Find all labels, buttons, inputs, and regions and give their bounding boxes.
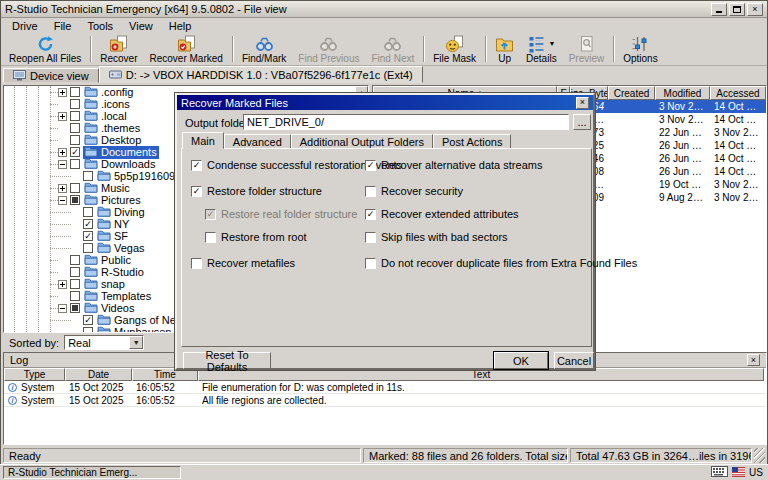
- log-column-type[interactable]: Type: [4, 368, 65, 381]
- tree-checkbox[interactable]: [70, 135, 80, 145]
- tree-checkbox[interactable]: [70, 195, 80, 205]
- keyboard-icon[interactable]: [711, 466, 728, 479]
- tree-checkbox[interactable]: ✓: [83, 231, 93, 241]
- tree-checkbox[interactable]: [70, 255, 80, 265]
- details-button[interactable]: ▼Details: [520, 34, 563, 64]
- checkbox-skip-files-with-bad-sectors[interactable]: Skip files with bad sectors: [365, 231, 508, 243]
- tree-checkbox[interactable]: [70, 267, 80, 277]
- log-rows: iSystem15 Oct 202516:05:52File enumerati…: [4, 381, 766, 407]
- menu-view[interactable]: View: [121, 19, 161, 33]
- up-button[interactable]: Up: [489, 34, 520, 64]
- recover-marked-button[interactable]: Recover Marked: [144, 34, 229, 64]
- reopen-all-files-button[interactable]: Reopen All Files: [3, 34, 87, 64]
- tree-checkbox[interactable]: [70, 303, 80, 313]
- file-mask-button[interactable]: File Mask: [427, 34, 482, 64]
- column-header-created[interactable]: Created: [608, 86, 655, 100]
- tree-checkbox[interactable]: [83, 243, 93, 253]
- log-row[interactable]: iSystem15 Oct 202516:05:52All file regio…: [4, 394, 766, 407]
- sorted-by-select[interactable]: Real ▼: [64, 335, 144, 350]
- checkbox-box[interactable]: [365, 186, 376, 197]
- language-indicator[interactable]: US: [749, 467, 763, 478]
- menu-drive[interactable]: Drive: [4, 19, 46, 33]
- ok-button[interactable]: OK: [494, 352, 548, 369]
- menu-file[interactable]: File: [46, 19, 80, 33]
- column-header-accessed[interactable]: Accessed: [710, 86, 766, 100]
- tree-checkbox[interactable]: [70, 183, 80, 193]
- checkbox-box[interactable]: ✓: [365, 160, 376, 171]
- tree-checkbox[interactable]: [83, 207, 93, 217]
- checkbox-restore-from-root[interactable]: Restore from root: [205, 231, 307, 243]
- device-icon: [13, 70, 26, 81]
- file-cell: 3 Nov 2…: [710, 179, 766, 190]
- checkbox-recover-security[interactable]: Recover security: [365, 185, 463, 197]
- reset-to-defaults-button[interactable]: Reset To Defaults: [183, 352, 271, 369]
- taskbar-app-button[interactable]: R-Studio Technician Emerg...: [3, 466, 181, 479]
- find-mark-button[interactable]: Find/Mark: [236, 34, 292, 64]
- tree-checkbox[interactable]: ✓: [83, 315, 93, 325]
- dialog-close-icon[interactable]: ×: [576, 97, 589, 109]
- checkbox-recover-alternative-data-streams[interactable]: ✓Recover alternative data streams: [365, 159, 542, 171]
- options-button[interactable]: Options: [617, 34, 663, 64]
- toolbar-separator: [90, 36, 91, 62]
- resize-grip[interactable]: [754, 448, 765, 463]
- expander-plus-icon[interactable]: [58, 184, 67, 193]
- checkbox-restore-folder-structure[interactable]: ✓Restore folder structure: [191, 185, 322, 197]
- tab-device-view[interactable]: Device view: [3, 68, 99, 83]
- tree-item-label: .themes: [101, 122, 140, 134]
- tree-checkbox[interactable]: [70, 291, 80, 301]
- tree-checkbox[interactable]: [70, 111, 80, 121]
- expander-plus-icon[interactable]: [58, 280, 67, 289]
- dialog-tab-main[interactable]: Main: [182, 132, 224, 149]
- tree-checkbox[interactable]: ✓: [83, 219, 93, 229]
- tree-checkbox[interactable]: [70, 99, 80, 109]
- close-button[interactable]: ×: [747, 3, 763, 16]
- dialog-tab-additional-output-folders[interactable]: Additional Output Folders: [291, 134, 433, 149]
- checkbox-box[interactable]: [191, 258, 202, 269]
- tree-checkbox[interactable]: [70, 279, 80, 289]
- checkbox-recover-metafiles[interactable]: Recover metafiles: [191, 257, 295, 269]
- maximize-button[interactable]: [729, 3, 745, 16]
- log-row[interactable]: iSystem15 Oct 202516:05:52File enumerati…: [4, 381, 766, 394]
- tree-checkbox[interactable]: [70, 159, 80, 169]
- checkbox-box[interactable]: [365, 258, 376, 269]
- checkbox-box[interactable]: [205, 232, 216, 243]
- tree-checkbox[interactable]: [83, 327, 93, 333]
- checkbox-recover-extended-attributes[interactable]: ✓Recover extended attributes: [365, 208, 519, 220]
- tree-item-label: Templates: [101, 290, 151, 302]
- chevron-down-icon[interactable]: ▼: [129, 336, 143, 349]
- tree-checkbox[interactable]: [83, 171, 93, 181]
- menu-tools[interactable]: Tools: [79, 19, 121, 33]
- expander-plus-icon[interactable]: [58, 148, 67, 157]
- output-folder-input[interactable]: [243, 114, 569, 130]
- cancel-button[interactable]: Cancel: [554, 352, 594, 369]
- checkbox-box[interactable]: ✓: [191, 186, 202, 197]
- expander-minus-icon[interactable]: [58, 304, 67, 313]
- minimize-button[interactable]: [711, 3, 727, 16]
- recover-button[interactable]: Recover: [94, 34, 143, 64]
- checkbox-box[interactable]: ✓: [365, 209, 376, 220]
- log-close-icon[interactable]: ×: [747, 354, 760, 366]
- checkbox-box[interactable]: ✓: [191, 160, 202, 171]
- dialog-tab-post-actions[interactable]: Post Actions: [433, 134, 512, 149]
- tree-checkbox[interactable]: [70, 87, 80, 97]
- column-header-label: Modified: [664, 88, 702, 99]
- checkbox-box[interactable]: [365, 232, 376, 243]
- dialog-tab-advanced[interactable]: Advanced: [224, 134, 291, 149]
- browse-button[interactable]: ...: [573, 114, 591, 130]
- expander-plus-icon[interactable]: [58, 88, 67, 97]
- tree-checkbox[interactable]: [70, 123, 80, 133]
- column-header-modified[interactable]: Modified: [655, 86, 710, 100]
- tree-connector: [50, 272, 58, 273]
- checkbox-do-not-recover-duplicate-files-from-extra-found-files[interactable]: Do not recover duplicate files from Extr…: [365, 257, 637, 269]
- tree-item-label: Desktop: [101, 134, 141, 146]
- expander-plus-icon[interactable]: [58, 112, 67, 121]
- tab-d-vbox-har[interactable]: D: -> VBOX HARDDISK 1.0 : VBa07f5296-6f1…: [99, 66, 423, 83]
- tree-connector: [50, 236, 71, 237]
- us-flag-icon[interactable]: [732, 467, 745, 479]
- menu-help[interactable]: Help: [161, 19, 200, 33]
- tree-checkbox[interactable]: ✓: [70, 147, 80, 157]
- expander-minus-icon[interactable]: [58, 196, 67, 205]
- log-column-date[interactable]: Date: [65, 368, 132, 381]
- chevron-down-icon[interactable]: ▼: [548, 40, 555, 47]
- expander-minus-icon[interactable]: [58, 160, 67, 169]
